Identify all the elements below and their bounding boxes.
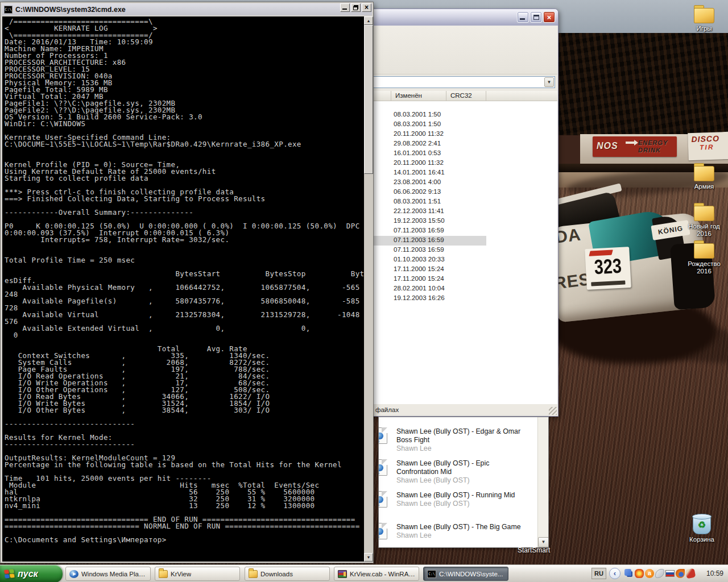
wmp-icon: [69, 570, 78, 578]
cmd-window-title: C:\WINDOWS\system32\cmd.exe: [15, 6, 126, 14]
track-title: Shawn Lee (Bully OST) - Edgar & Omar Bos…: [396, 427, 524, 444]
icon-label: Рождество 2016: [686, 260, 722, 275]
desktop-icon-рождество-2016[interactable]: Рождество 2016: [686, 240, 722, 275]
archive-file-list[interactable]: 08.03.2001 1:5008.03.2001 1:50нт20.11.20…: [344, 101, 557, 404]
red-updater-icon[interactable]: [685, 568, 696, 579]
playlist-item[interactable]: 3Shawn Lee (Bully OST) - The Big GameSha…: [379, 522, 532, 548]
file-modified-date: 19.12.2003 16:26: [394, 294, 445, 301]
icon-label: Игры: [686, 25, 722, 32]
archive-title-bar[interactable]: ×: [343, 9, 558, 26]
icon-label: Армия: [686, 183, 722, 190]
media-playlist-panel: 3Shawn Lee (Bully OST) - Edgar & Omar Bo…: [378, 417, 549, 548]
console-output[interactable]: /==============================\ < KERNR…: [2, 16, 364, 562]
car-number-plate: 323: [585, 247, 631, 290]
minimize-button[interactable]: [517, 11, 529, 23]
file-modified-date: 06.06.2002 9:13: [394, 188, 441, 195]
column-header-modified[interactable]: Изменён: [391, 91, 446, 101]
resize-grip[interactable]: [549, 407, 557, 415]
taskbar-button-label: KrView.cab - WinRAR...: [350, 571, 415, 577]
file-modified-date: 07.11.2003 16:59: [394, 236, 444, 243]
outpost-a-icon[interactable]: a: [645, 569, 654, 578]
cmd-window: C:\ C:\WINDOWS\system32\cmd.exe × /=====…: [0, 2, 374, 563]
desktop-icon-игры[interactable]: Игры: [686, 5, 722, 32]
desktop-icon-корзина[interactable]: ♻Корзина: [684, 515, 720, 543]
network-monitors-icon[interactable]: [624, 569, 631, 576]
chevron-left-icon[interactable]: ‹: [609, 568, 621, 579]
file-modified-date: 17.11.2000 15:24: [394, 275, 444, 282]
scroll-up-icon[interactable]: ▲: [364, 16, 373, 25]
discount-tire-sign: DISCO TIR: [688, 132, 728, 161]
archive-address-combo[interactable]: ▼: [345, 76, 555, 88]
scrollbar-thumb[interactable]: [364, 25, 373, 174]
taskbar-button-label: KrView: [171, 571, 191, 577]
close-button[interactable]: ×: [362, 3, 371, 12]
taskbar-button-label: C:\WINDOWS\syste...: [439, 571, 503, 577]
cmd-title-bar[interactable]: C:\ C:\WINDOWS\system32\cmd.exe: [2, 3, 372, 15]
cmd-icon: C:\: [4, 6, 13, 14]
file-modified-date: 08.03.2001 1:51: [394, 198, 441, 205]
desktop-icon-новый-год-2016[interactable]: Новый год 2016: [686, 202, 722, 238]
restore-button[interactable]: [351, 3, 361, 12]
file-modified-date: 29.08.2002 2:41: [394, 140, 441, 147]
playlist-item[interactable]: 3Shawn Lee (Bully OST) - Epic Confrontat…: [379, 459, 532, 488]
taskbar-button-label: Windows Media Player: [81, 571, 147, 577]
leaf-icon[interactable]: [655, 569, 664, 578]
file-modified-date: 14.01.2001 16:41: [394, 169, 445, 176]
mp3-file-icon: 3: [378, 523, 387, 539]
column-header-crc32[interactable]: CRC32: [446, 91, 486, 101]
nos-banner: NOS ENERGY DRINK: [593, 136, 677, 157]
taskbar-button-wmp[interactable]: Windows Media Player: [65, 567, 151, 581]
music-swirl-icon[interactable]: [676, 569, 685, 578]
file-modified-date: 16.01.2001 0:53: [394, 149, 441, 156]
taskbar-button-cmd[interactable]: C:\C:\WINDOWS\syste...: [423, 567, 508, 581]
spark-icon[interactable]: [635, 569, 644, 578]
scroll-down-icon[interactable]: ▼: [364, 553, 373, 562]
console-scrollbar[interactable]: ▲ ▼: [364, 16, 373, 562]
winrar-archive-window: × ▼ Изменён CRC32 08.03.2001 1:5008.03.2…: [342, 9, 559, 417]
plate-sponsor-strip: [591, 280, 625, 286]
playlist-scrollbar[interactable]: ▼: [537, 417, 548, 547]
desktop: NOS ENERGY DRINK DISCO TIR DA RES KÖNIG …: [0, 0, 728, 582]
energy-drink-text: ENERGY DRINK: [638, 139, 668, 154]
nos-arrow-icon: [626, 142, 635, 144]
ru-flag-icon[interactable]: [665, 570, 675, 577]
taskbar: пуск Windows Media PlayerKrViewDownloads…: [0, 564, 728, 582]
file-modified-date: 08.03.2001 1:50: [394, 111, 441, 118]
folder-icon: [694, 243, 714, 259]
file-modified-date: 20.11.2000 11:32: [394, 130, 444, 137]
track-artist: Shawn Lee (Bully OST): [396, 500, 470, 508]
startsmart-label: StartSmart: [518, 546, 550, 554]
console-text: /==============================\ < KERNR…: [5, 18, 364, 543]
icon-label: Новый год 2016: [686, 223, 722, 238]
track-artist: Shawn Lee: [396, 444, 432, 452]
maximize-button[interactable]: [530, 11, 542, 23]
file-modified-date: 17.11.2000 15:24: [394, 265, 444, 272]
track-title: Shawn Lee (Bully OST) - The Big Game: [396, 523, 524, 531]
taskbar-button-label: Downloads: [260, 571, 293, 577]
track-artist: Shawn Lee (Bully OST): [396, 476, 470, 484]
desktop-icon-армия[interactable]: Армия: [686, 163, 722, 190]
minimize-button[interactable]: [340, 3, 350, 12]
mp3-file-icon: 3: [378, 491, 387, 508]
taskbar-clock[interactable]: 10:59: [706, 569, 723, 577]
folder-icon: [694, 206, 714, 221]
recycle-bin-icon: ♻: [693, 515, 711, 534]
taskbar-button-folder[interactable]: KrView: [155, 567, 240, 581]
chevron-down-icon[interactable]: ▼: [544, 77, 554, 87]
start-button[interactable]: пуск: [0, 565, 63, 582]
archive-toolbar: [344, 26, 557, 74]
nos-banner-text: NOS: [597, 141, 618, 151]
close-button[interactable]: ×: [543, 11, 555, 23]
file-modified-date: 19.12.2003 15:50: [394, 217, 445, 224]
system-tray: RU ‹ a 10:59: [592, 565, 728, 582]
cmd-icon: C:\: [427, 570, 436, 578]
icon-label: Корзина: [684, 536, 720, 543]
taskbar-button-winrar[interactable]: KrView.cab - WinRAR...: [334, 567, 419, 581]
language-indicator[interactable]: RU: [592, 568, 606, 579]
playlist-item[interactable]: 3Shawn Lee (Bully OST) - Edgar & Omar Bo…: [379, 427, 532, 456]
file-modified-date: 28.02.2001 10:04: [394, 285, 445, 292]
playlist-item[interactable]: 3Shawn Lee (Bully OST) - Running MidShaw…: [379, 490, 532, 520]
track-title: Shawn Lee (Bully OST) - Epic Confrontati…: [396, 459, 524, 476]
folder-icon: [694, 8, 714, 23]
taskbar-button-folder[interactable]: Downloads: [245, 567, 330, 581]
